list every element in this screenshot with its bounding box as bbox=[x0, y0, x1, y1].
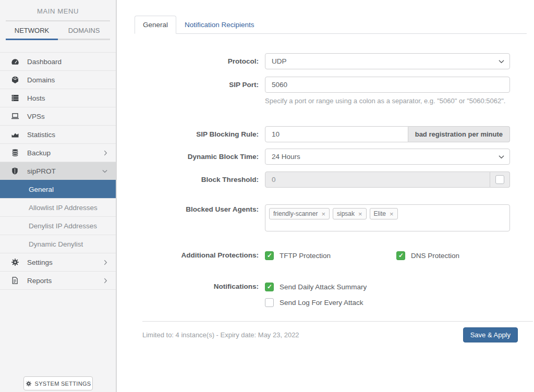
sidebar-item-label: Backup bbox=[27, 149, 51, 157]
vps-icon bbox=[11, 112, 20, 120]
additional-protections-row: Additional Protections: TFTP Protection … bbox=[135, 250, 516, 261]
gears-icon bbox=[11, 258, 20, 266]
sidebar-item-label: Domains bbox=[27, 76, 55, 84]
tag-elite: Elite bbox=[370, 208, 398, 219]
shield-icon bbox=[11, 167, 20, 175]
license-info-text: Limited to: 4 instance(s) - Expiry date:… bbox=[142, 331, 299, 339]
hosts-icon bbox=[11, 94, 20, 102]
chevron-right-icon bbox=[104, 260, 107, 265]
tag-remove-icon[interactable] bbox=[390, 211, 394, 217]
notifications-row: Notifications: Send Daily Attack Summary… bbox=[135, 281, 516, 308]
sidebar: MAIN MENU NETWORK DOMAINS Dashboard Doma… bbox=[0, 0, 117, 392]
tag-sipsak: sipsak bbox=[333, 208, 367, 219]
protocol-label: Protocol: bbox=[135, 53, 265, 69]
main-content: General Notification Recipients Protocol… bbox=[117, 0, 534, 392]
dns-protection-checkbox[interactable] bbox=[396, 251, 405, 260]
notifications-label: Notifications: bbox=[135, 281, 265, 308]
blocked-user-agents-row: Blocked User Agents: friendly-scanner si… bbox=[135, 204, 516, 231]
content-tabbar: General Notification Recipients bbox=[135, 16, 527, 34]
tftp-protection-label: TFTP Protection bbox=[280, 252, 331, 260]
statistics-icon bbox=[11, 130, 20, 139]
sidebar-menu: Dashboard Domains Hosts VPSs Statistics bbox=[0, 52, 116, 290]
block-threshold-enable-checkbox[interactable] bbox=[495, 175, 504, 184]
sidebar-item-sipprot[interactable]: sipPROT bbox=[0, 162, 116, 180]
chevron-down-icon bbox=[499, 155, 504, 159]
system-settings-label: SYSTEM SETTINGS bbox=[35, 381, 91, 387]
tab-general[interactable]: General bbox=[135, 16, 176, 34]
sidebar-subitem-dynamic-denylist[interactable]: Dynamic Denylist bbox=[0, 235, 116, 253]
sidebar-item-reports[interactable]: Reports bbox=[0, 271, 116, 290]
sidebar-tab-domains[interactable]: DOMAINS bbox=[58, 21, 110, 40]
sip-blocking-rule-row: SIP Blocking Rule: bad registration per … bbox=[135, 126, 516, 142]
tag-friendly-scanner: friendly-scanner bbox=[269, 208, 330, 219]
chevron-down-icon bbox=[499, 59, 504, 64]
sidebar-item-label: Statistics bbox=[27, 131, 55, 139]
general-settings-form: Protocol: UDP SIP Port: Specify a port o… bbox=[135, 53, 516, 308]
chevron-right-icon bbox=[104, 150, 107, 156]
block-threshold-row: Block Threshold: bbox=[135, 172, 516, 188]
sidebar-item-vpss[interactable]: VPSs bbox=[0, 107, 116, 125]
protocol-selected-value: UDP bbox=[272, 57, 287, 65]
sip-blocking-rule-input[interactable] bbox=[265, 126, 408, 142]
tftp-protection-checkbox[interactable] bbox=[265, 251, 274, 260]
protocol-select[interactable]: UDP bbox=[265, 53, 510, 69]
blocked-user-agents-label: Blocked User Agents: bbox=[135, 204, 265, 231]
tag-remove-icon[interactable] bbox=[358, 211, 362, 217]
dynamic-block-time-select[interactable]: 24 Hours bbox=[265, 149, 510, 165]
sidebar-item-domains[interactable]: Domains bbox=[0, 70, 116, 89]
sip-blocking-rule-label: SIP Blocking Rule: bbox=[135, 126, 265, 142]
sip-port-label: SIP Port: bbox=[135, 77, 265, 105]
backup-icon bbox=[11, 149, 20, 157]
sidebar-item-dashboard[interactable]: Dashboard bbox=[0, 52, 116, 70]
system-settings-button[interactable]: SYSTEM SETTINGS bbox=[23, 376, 93, 390]
dns-protection-label: DNS Protection bbox=[411, 252, 459, 260]
sidebar-tabs: NETWORK DOMAINS bbox=[6, 20, 110, 40]
sidebar-item-label: Hosts bbox=[27, 94, 45, 102]
sidebar-subitem-general[interactable]: General bbox=[0, 180, 116, 198]
send-log-every-attack-label: Send Log For Every Attack bbox=[280, 299, 363, 307]
sidebar-item-label: sipPROT bbox=[27, 167, 56, 175]
domains-icon bbox=[11, 76, 20, 84]
tab-notification-recipients[interactable]: Notification Recipients bbox=[176, 16, 263, 34]
sidebar-item-label: Reports bbox=[27, 277, 52, 285]
sidebar-subitem-denylist-ip[interactable]: Denylist IP Addresses bbox=[0, 216, 116, 235]
block-threshold-label: Block Threshold: bbox=[135, 172, 265, 188]
sidebar-tab-network[interactable]: NETWORK bbox=[6, 21, 58, 40]
gear-icon bbox=[26, 381, 32, 387]
protocol-row: Protocol: UDP bbox=[135, 53, 516, 69]
send-log-every-attack-checkbox[interactable] bbox=[265, 298, 274, 307]
sidebar-item-settings[interactable]: Settings bbox=[0, 253, 116, 271]
tag-remove-icon[interactable] bbox=[321, 211, 325, 217]
sidebar-item-label: Dashboard bbox=[27, 58, 62, 66]
sidebar-item-label: Settings bbox=[27, 259, 53, 266]
sidebar-item-backup[interactable]: Backup bbox=[0, 143, 116, 162]
send-daily-attack-summary-checkbox[interactable] bbox=[265, 283, 274, 291]
additional-protections-label: Additional Protections: bbox=[135, 250, 265, 261]
dynamic-block-time-label: Dynamic Block Time: bbox=[135, 149, 265, 165]
dynamic-block-time-selected-value: 24 Hours bbox=[272, 153, 300, 161]
sidebar-item-label: VPSs bbox=[27, 113, 45, 120]
blocked-user-agents-input[interactable]: friendly-scanner sipsak Elite bbox=[265, 204, 510, 231]
dynamic-block-time-row: Dynamic Block Time: 24 Hours bbox=[135, 149, 516, 165]
sidebar-subitem-allowlist-ip[interactable]: Allowlist IP Addresses bbox=[0, 198, 116, 216]
send-daily-attack-summary-label: Send Daily Attack Summary bbox=[280, 283, 367, 291]
block-threshold-input bbox=[265, 172, 490, 188]
chevron-down-icon bbox=[102, 169, 107, 173]
form-footer: Limited to: 4 instance(s) - Expiry date:… bbox=[142, 321, 533, 342]
sip-port-row: SIP Port: Specify a port or range using … bbox=[135, 77, 516, 105]
tag-label: friendly-scanner bbox=[273, 210, 318, 217]
tag-label: Elite bbox=[374, 210, 386, 217]
sidebar-item-statistics[interactable]: Statistics bbox=[0, 125, 116, 143]
chevron-right-icon bbox=[104, 278, 107, 284]
main-menu-heading: MAIN MENU bbox=[0, 0, 116, 20]
report-icon bbox=[11, 276, 20, 285]
sip-port-help-text: Specify a port or range using a colon as… bbox=[265, 97, 510, 105]
sip-port-input[interactable] bbox=[265, 77, 510, 93]
tag-label: sipsak bbox=[337, 210, 355, 217]
save-apply-button[interactable]: Save & Apply bbox=[463, 327, 518, 342]
sidebar-item-hosts[interactable]: Hosts bbox=[0, 89, 116, 107]
dashboard-icon bbox=[11, 57, 20, 66]
sip-blocking-rule-addon: bad registration per minute bbox=[408, 126, 510, 142]
